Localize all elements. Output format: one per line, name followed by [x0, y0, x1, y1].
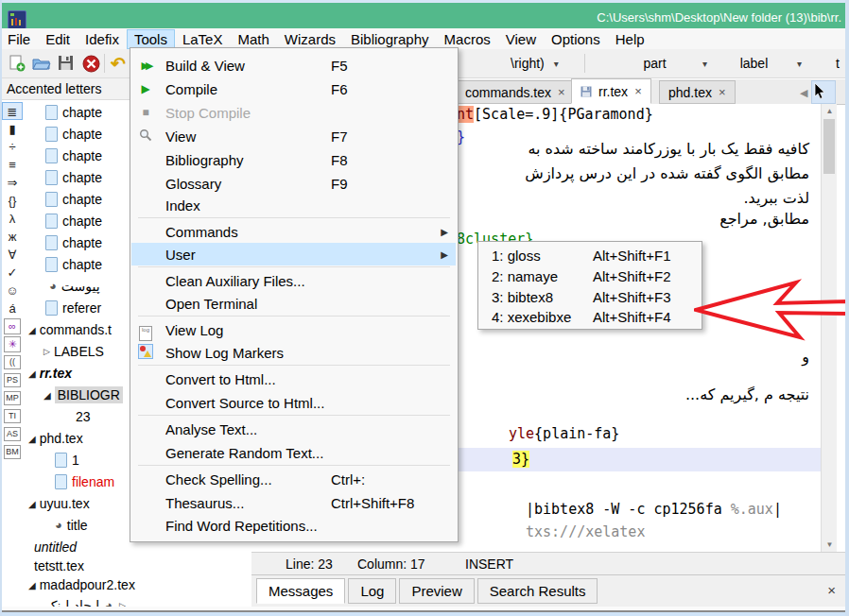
menu-macros[interactable]: Macros — [437, 29, 498, 49]
menu-item-view[interactable]: View F7 — [131, 125, 456, 147]
tree-item-chapter[interactable]: chapte — [45, 254, 102, 275]
infinity-icon[interactable]: ∞ — [4, 318, 21, 334]
tree-item-appendix[interactable]: ◕پیوست — [49, 276, 100, 297]
tree-item-chapter[interactable]: chapte — [45, 145, 102, 166]
menu-item-user[interactable]: User ▶ — [131, 243, 456, 265]
tab-messages[interactable]: Messages — [256, 578, 345, 604]
menu-item-check-spelling[interactable]: Check Spelling... Ctrl+: — [131, 468, 456, 490]
menu-idefix[interactable]: Idefix — [78, 29, 127, 49]
tree-item-commands-tex[interactable]: ◢commands.t — [28, 319, 112, 340]
tab-rr-tex[interactable]: rr.tex × — [571, 78, 651, 104]
beamer-icon[interactable]: BM — [4, 445, 21, 459]
tree-item-chapter[interactable]: chapte — [45, 189, 102, 210]
tree-item-chapter[interactable]: chapte — [45, 167, 102, 188]
submenu-item-namaye[interactable]: 2: namaye Alt+Shift+F2 — [479, 265, 700, 286]
menu-item-show-log-markers[interactable]: Show Log Markers — [131, 341, 456, 364]
tree-item-phd-tex[interactable]: ◢phd.tex — [28, 428, 83, 449]
bottom-panel-close-icon[interactable]: × — [827, 582, 836, 598]
tree-item-labels[interactable]: ▷LABELS — [43, 341, 104, 362]
structure-panel-icon[interactable]: ≣ — [2, 102, 23, 120]
math-symbols-icon[interactable]: ÷ — [2, 138, 23, 156]
expand-marker[interactable]: ◢ — [43, 390, 51, 401]
menu-edit[interactable]: Edit — [38, 29, 78, 49]
asymptote-icon[interactable]: AS — [4, 427, 21, 441]
tree-item-madadpour2-tex[interactable]: ◢madadpour2.tex — [28, 574, 135, 595]
titlebar[interactable]: C:\Users\shm\Desktop\New folder (13)\bib… — [0, 3, 849, 28]
tree-item-1[interactable]: 1 — [55, 450, 79, 471]
menu-item-view-log[interactable]: log View Log — [131, 318, 456, 341]
tab-phd-tex[interactable]: phd.tex × — [659, 80, 736, 104]
brackets-icon[interactable]: (( — [4, 355, 21, 369]
expand-marker[interactable]: ◢ — [28, 368, 36, 379]
save-button[interactable] — [55, 52, 78, 75]
menu-item-commands[interactable]: Commands ▶ — [131, 220, 456, 243]
tree-item-bibliography[interactable]: ◢BIBLIOGR — [43, 385, 123, 405]
submenu-item-xexebibxe[interactable]: 4: xexebibxe Alt+Shift+F4 — [479, 306, 700, 327]
menu-item-compile[interactable]: ▶ Compile F6 — [131, 77, 456, 100]
undo-button[interactable]: ↶ — [107, 52, 130, 75]
tab-close-icon[interactable]: × — [719, 85, 726, 99]
relations-icon[interactable]: ≡ — [2, 156, 23, 174]
misc-symbols-icon[interactable]: ✓ — [2, 264, 23, 282]
tree-item-chapter[interactable]: chapte — [45, 211, 102, 231]
open-file-button[interactable] — [30, 52, 53, 75]
tree-item-filename-missing[interactable]: filenam — [55, 471, 114, 492]
menu-item-bibliography[interactable]: Bibliography F8 — [131, 148, 456, 171]
menu-item-convert-source-to-html[interactable]: Convert Source to Html... — [131, 391, 456, 414]
menu-wizards[interactable]: Wizards — [277, 29, 343, 49]
menu-file[interactable]: File — [0, 29, 38, 49]
tree-item-references[interactable]: referer — [45, 298, 101, 318]
expand-marker[interactable]: ◢ — [28, 499, 36, 509]
metapost-icon[interactable]: MP — [4, 391, 21, 405]
bookmark-panel-icon[interactable]: ▮ — [2, 120, 23, 138]
menu-bibliography[interactable]: Bibliography — [343, 29, 437, 49]
tab-close-icon[interactable]: × — [558, 85, 565, 99]
menu-item-convert-to-html[interactable]: Convert to Html... — [131, 368, 456, 390]
tree-item-tetstt-tex[interactable]: tetstt.tex — [34, 556, 84, 576]
menu-item-generate-random-text[interactable]: Generate Random Text... — [131, 441, 456, 464]
tree-item-23[interactable]: 23 — [76, 406, 91, 427]
menu-item-open-terminal[interactable]: Open Terminal — [131, 292, 456, 315]
new-file-button[interactable] — [6, 52, 28, 75]
submenu-item-gloss[interactable]: 1: gloss Alt+Shift+F1 — [479, 245, 700, 265]
menu-item-find-word-repetitions[interactable]: Find Word Repetitions... — [131, 514, 456, 537]
tab-close-icon[interactable]: × — [634, 84, 642, 98]
tab-preview[interactable]: Preview — [399, 578, 474, 604]
menu-tools[interactable]: Tools — [127, 29, 175, 49]
submenu-item-bibtex8[interactable]: 3: bibtex8 Alt+Shift+F3 — [479, 286, 700, 307]
tree-item-chapter[interactable]: chapte — [45, 102, 102, 123]
scrollbar-thumb[interactable] — [823, 119, 835, 174]
label-combo[interactable]: label ▾ — [720, 53, 802, 74]
arrows-icon[interactable]: ⇒ — [2, 174, 23, 192]
menu-item-build-and-view[interactable]: ▶▶ Build & View F5 — [131, 54, 456, 77]
right-delimiter-combo[interactable]: \right) ▾ — [511, 53, 573, 74]
tree-item-uyuu-tex[interactable]: ◢uyuu.tex — [28, 493, 90, 514]
tree-item-rr-tex[interactable]: ◢rr.tex — [28, 363, 72, 384]
scroll-down-icon[interactable]: ▼ — [822, 540, 838, 549]
operators-icon[interactable]: ∀ — [2, 246, 23, 264]
menu-item-clean-auxiliary-files[interactable]: Clean Auxiliary Files... — [131, 269, 456, 292]
tree-item-chapter[interactable]: chapte — [45, 124, 102, 145]
smiley-icon[interactable]: ☺ — [2, 282, 23, 299]
asterisk-icon[interactable]: ✳ — [4, 336, 21, 352]
menu-latex[interactable]: LaTeX — [175, 29, 231, 49]
accents-icon[interactable]: á — [2, 299, 23, 317]
expand-marker[interactable]: ◢ — [28, 434, 36, 444]
pstricks-icon[interactable]: PS — [4, 373, 21, 387]
menu-item-index[interactable]: Index — [131, 194, 456, 216]
collapse-marker[interactable]: ▷ — [43, 347, 50, 356]
cyrillic-icon[interactable]: ж — [2, 228, 23, 246]
scroll-up-icon[interactable]: ▲ — [822, 107, 838, 115]
greek-icon[interactable]: λ — [2, 210, 23, 228]
tab-log[interactable]: Log — [348, 578, 396, 604]
menu-item-glossary[interactable]: Glossary F9 — [131, 172, 456, 195]
tab-commands-tex[interactable]: commands.tex × — [456, 80, 575, 104]
tab-search-results[interactable]: Search Results — [477, 578, 598, 604]
menu-help[interactable]: Help — [608, 29, 652, 49]
tikz-icon[interactable]: TI — [4, 409, 21, 423]
tree-item-untitled[interactable]: untitled — [34, 537, 77, 557]
tree-item-title[interactable]: ◕title — [55, 515, 88, 536]
close-file-button[interactable] — [79, 52, 102, 75]
menu-view[interactable]: View — [498, 29, 544, 49]
menu-item-analyse-text[interactable]: Analyse Text... — [131, 418, 456, 440]
